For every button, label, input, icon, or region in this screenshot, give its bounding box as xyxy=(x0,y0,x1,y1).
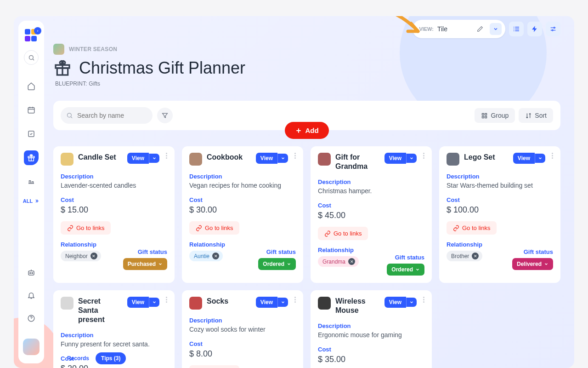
more-icon[interactable] xyxy=(423,153,424,159)
description-label: Description xyxy=(61,173,167,180)
gift-card: Lego Set View Description Star Wars-them… xyxy=(439,146,560,283)
nav-output[interactable] xyxy=(24,174,39,189)
view-button[interactable]: View xyxy=(384,297,406,308)
view-button[interactable]: View xyxy=(256,153,277,164)
close-icon[interactable]: ✕ xyxy=(212,253,219,259)
nav-gifts[interactable] xyxy=(24,150,39,165)
nav-help[interactable] xyxy=(24,311,39,326)
cost-label: Cost xyxy=(318,346,424,353)
tips-tab[interactable]: Tips (3) xyxy=(96,352,126,364)
add-button[interactable]: Add xyxy=(285,122,328,139)
breadcrumb: WINTER SEASON xyxy=(53,44,560,55)
status-badge[interactable]: Purchased xyxy=(123,258,167,270)
user-avatar[interactable] xyxy=(23,339,40,355)
relationship-label: Relationship xyxy=(189,241,225,248)
svg-rect-7 xyxy=(28,271,34,275)
chevron-down-icon[interactable] xyxy=(490,23,502,35)
close-icon[interactable]: ✕ xyxy=(348,258,355,265)
svg-point-2 xyxy=(29,55,33,59)
card-thumbnail xyxy=(447,153,459,166)
relationship-chip[interactable]: Grandma✕ xyxy=(318,256,359,267)
more-icon[interactable] xyxy=(423,297,424,303)
description-value: Funny present for secret santa. xyxy=(61,340,167,348)
nav-notifications[interactable] xyxy=(24,288,39,303)
more-icon[interactable] xyxy=(166,297,167,303)
gift-status-label: Gift status xyxy=(123,248,167,255)
view-button[interactable]: View xyxy=(127,153,149,164)
card-title: Candle Set xyxy=(78,153,123,162)
close-icon[interactable]: ✕ xyxy=(472,253,479,259)
gift-card: Socks View Description Cozy wool socks f… xyxy=(182,290,303,368)
cost-value: $ 8.00 xyxy=(189,349,296,359)
description-label: Description xyxy=(189,173,296,180)
close-icon[interactable]: ✕ xyxy=(90,253,97,259)
relationship-chip[interactable]: Neighbor✕ xyxy=(61,251,101,261)
svg-rect-14 xyxy=(482,113,484,115)
chevron-down-icon[interactable] xyxy=(406,298,417,307)
go-to-links-button[interactable]: Go to links xyxy=(61,221,111,235)
chevron-down-icon[interactable] xyxy=(149,154,159,163)
description-value: Cozy wool socks for winter xyxy=(189,326,296,333)
card-thumbnail xyxy=(318,153,331,166)
relationship-label: Relationship xyxy=(318,247,359,253)
card-thumbnail xyxy=(189,153,202,166)
chevron-down-icon[interactable] xyxy=(535,154,545,163)
group-button[interactable]: Group xyxy=(475,108,515,123)
svg-point-1 xyxy=(552,29,553,31)
more-icon[interactable] xyxy=(166,153,167,159)
view-toolbar: VIEW: Tile xyxy=(413,20,560,38)
gift-status-label: Gift status xyxy=(258,248,296,255)
filter-button[interactable] xyxy=(157,108,173,123)
relationship-chip[interactable]: Auntie✕ xyxy=(189,251,223,261)
go-to-links-button[interactable]: Go to links xyxy=(189,365,239,368)
nav-calendar[interactable] xyxy=(24,103,39,117)
cost-value: $ 20.00 xyxy=(61,364,167,368)
chevron-down-icon[interactable] xyxy=(277,298,288,307)
sliders-icon[interactable] xyxy=(546,22,560,36)
search-button[interactable] xyxy=(24,50,39,65)
edit-icon[interactable] xyxy=(474,23,486,35)
more-icon[interactable] xyxy=(294,297,296,303)
view-button[interactable]: View xyxy=(256,297,277,308)
winter-season-icon xyxy=(53,44,64,55)
relationship-chip[interactable]: Brother✕ xyxy=(447,251,482,261)
nav-all[interactable]: ALL xyxy=(23,198,40,204)
view-selector[interactable]: VIEW: Tile xyxy=(413,20,505,38)
view-button[interactable]: View xyxy=(513,153,535,164)
nav-home[interactable] xyxy=(24,79,39,93)
svg-point-8 xyxy=(30,272,31,273)
app-logo[interactable]: › xyxy=(25,29,38,42)
breadcrumb-text[interactable]: WINTER SEASON xyxy=(69,46,117,52)
svg-point-9 xyxy=(32,272,33,273)
view-value: Tile xyxy=(437,25,447,33)
view-button[interactable]: View xyxy=(127,297,149,308)
blueprint-label: BLUEPRINT:Gifts xyxy=(53,80,560,87)
more-icon[interactable] xyxy=(552,153,553,159)
chevron-down-icon[interactable] xyxy=(406,154,417,163)
status-badge[interactable]: Ordered xyxy=(258,258,296,270)
records-tab[interactable]: Records xyxy=(63,353,93,363)
description-label: Description xyxy=(318,322,424,329)
chevron-down-icon[interactable] xyxy=(149,298,159,307)
list-settings-icon[interactable] xyxy=(509,22,524,36)
more-icon[interactable] xyxy=(294,153,296,159)
gift-card: Cookbook View Description Vegan recipes … xyxy=(182,146,303,283)
status-badge[interactable]: Delivered xyxy=(512,258,553,270)
card-thumbnail xyxy=(61,153,74,166)
nav-tasks[interactable] xyxy=(24,126,39,141)
search-icon xyxy=(66,112,73,119)
automation-icon[interactable] xyxy=(527,22,542,36)
svg-rect-16 xyxy=(482,116,484,118)
cost-value: $ 15.00 xyxy=(61,205,167,215)
nav-bot[interactable] xyxy=(24,265,39,280)
sort-button[interactable]: Sort xyxy=(519,108,553,123)
go-to-links-button[interactable]: Go to links xyxy=(318,227,368,240)
status-badge[interactable]: Ordered xyxy=(387,264,424,276)
search-input[interactable] xyxy=(61,107,153,124)
go-to-links-button[interactable]: Go to links xyxy=(447,221,497,235)
cost-value: $ 30.00 xyxy=(189,205,296,215)
go-to-links-button[interactable]: Go to links xyxy=(189,221,239,235)
chevron-down-icon[interactable] xyxy=(277,154,288,163)
chevron-right-icon[interactable]: › xyxy=(34,27,41,34)
view-button[interactable]: View xyxy=(384,153,406,164)
